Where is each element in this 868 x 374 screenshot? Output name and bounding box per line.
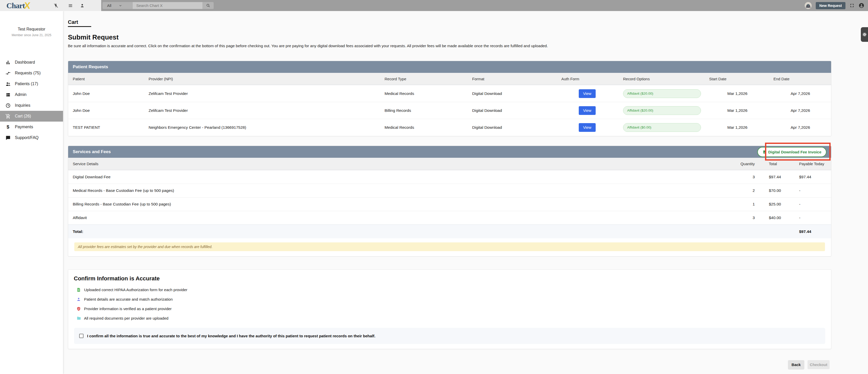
checklist-text: Patient details are accurate and match a…	[84, 297, 173, 301]
settings-flyout-handle[interactable]	[861, 27, 868, 42]
requests-arrows-icon	[5, 70, 11, 76]
col-record-type: Record Type	[384, 73, 469, 85]
services-fees-title: Services and Fees	[73, 149, 111, 154]
account-circle-icon[interactable]	[859, 3, 864, 8]
sidebar-item-patients[interactable]: Patients (17)	[0, 79, 63, 89]
sidebar-item-requests[interactable]: Requests (75)	[0, 68, 63, 79]
logo-text-chart: Chart	[6, 1, 25, 10]
cart-tab[interactable]: Cart	[68, 19, 78, 25]
cart-tab-underline	[68, 26, 91, 27]
view-auth-form-button[interactable]: View	[579, 106, 596, 115]
cell-start-date: Mar 1,2026	[727, 102, 784, 119]
logo-text-x: X	[23, 0, 30, 11]
search-scope-select[interactable]: All	[102, 2, 133, 9]
invoice-button-label: Digital Download Fee Invoice	[768, 150, 822, 154]
checklist-item: Uploaded correct HIPAA Authorization for…	[68, 285, 831, 294]
user-member-since: Member since June 21, 2025	[0, 33, 63, 37]
col-format: Format	[472, 73, 559, 85]
sidebar-item-cart[interactable]: Cart (26)	[0, 111, 63, 122]
cell-patient: John Doe	[73, 85, 147, 102]
cell-service: Billing Records - Base Custodian Fee (up…	[73, 198, 688, 211]
col-patient: Patient	[73, 73, 147, 85]
service-row: Medical Records - Base Custodian Fee (up…	[68, 184, 831, 197]
user-icon[interactable]	[78, 0, 87, 11]
search-icon[interactable]	[203, 2, 214, 9]
sidebar-user-block: Test Requestor Member since June 21, 202…	[0, 11, 63, 37]
view-auth-form-button[interactable]: View	[579, 89, 596, 98]
fullscreen-icon[interactable]	[849, 3, 855, 8]
sidebar-item-label: Requests (75)	[15, 71, 41, 76]
sidebar-item-label: Support/FAQ	[15, 136, 39, 140]
confirm-checkbox-row: I confirm all the information is true an…	[74, 328, 825, 344]
record-option-chip[interactable]: Affidavit ($20.00)	[623, 106, 701, 115]
checkout-button[interactable]: Checkout	[808, 360, 830, 369]
patient-person-icon	[76, 296, 82, 302]
verified-shield-icon	[76, 306, 82, 312]
search-input-wrap	[133, 2, 203, 9]
gear-icon	[862, 32, 867, 37]
sidebar-item-label: Payments	[15, 125, 33, 129]
cell-payable: $97.44	[799, 170, 843, 184]
services-fees-card: Services and Fees Digital Download Fee I…	[68, 146, 831, 257]
total-label: Total:	[73, 225, 688, 238]
cell-record-type: Billing Records	[384, 102, 469, 119]
provider-fees-note: All provider fees are estimates set by t…	[74, 242, 825, 251]
avatar[interactable]	[805, 2, 812, 9]
cell-payable: -	[799, 184, 843, 197]
pin-sidebar-icon[interactable]	[51, 0, 60, 11]
new-request-button[interactable]: New Request	[816, 2, 845, 9]
cell-patient: John Doe	[73, 102, 147, 119]
sidebar-nav: Dashboard Requests (75) Patients (17) Ad…	[0, 57, 63, 143]
cell-end-date: Apr 7,2026	[790, 119, 842, 136]
checklist-text: All required documents per provider are …	[84, 316, 168, 320]
app-screen: Chart X All	[0, 0, 868, 374]
app-logo[interactable]: Chart X	[6, 0, 30, 11]
digital-download-fee-invoice-button[interactable]: Digital Download Fee Invoice	[757, 147, 827, 157]
user-name: Test Requestor	[0, 27, 63, 32]
view-auth-form-button[interactable]: View	[579, 123, 596, 132]
search-input[interactable]	[133, 3, 203, 8]
sidebar-item-label: Patients (17)	[15, 82, 38, 86]
cell-total: $40.00	[769, 211, 797, 225]
admin-icon	[5, 92, 11, 97]
dashboard-icon	[5, 59, 11, 65]
page-description: Be sure all information is accurate and …	[68, 44, 548, 48]
patients-icon	[5, 81, 11, 87]
record-option-chip[interactable]: Affidavit ($0.00)	[623, 123, 701, 132]
service-row: Affidavit 3 $40.00 -	[68, 211, 831, 225]
record-option-chip[interactable]: Affidavit ($20.00)	[623, 89, 701, 98]
cell-format: Digital Download	[472, 85, 559, 102]
menu-icon[interactable]	[66, 0, 75, 11]
search-scope-value: All	[107, 3, 112, 8]
sidebar-item-payments[interactable]: $ Payments	[0, 122, 63, 132]
back-button[interactable]: Back	[788, 360, 804, 369]
patient-requests-card: Patient Requests Patient Provider (NPI) …	[68, 61, 831, 136]
checklist-text: Uploaded correct HIPAA Authorization for…	[84, 288, 187, 292]
sidebar-item-admin[interactable]: Admin	[0, 89, 63, 100]
services-total-row: Total: $97.44	[68, 225, 831, 238]
sidebar-item-inquiries[interactable]: Inquiries	[0, 100, 63, 111]
confirm-checkbox[interactable]	[79, 334, 84, 338]
service-row: Digital Download Fee 3 $97.44 $97.44	[68, 170, 831, 184]
checklist-text: Provider information is verified as a pa…	[84, 307, 172, 311]
sidebar-item-dashboard[interactable]: Dashboard	[0, 57, 63, 68]
cell-total: $25.00	[769, 198, 797, 211]
services-column-headers: Service Details Quantity Total Payable T…	[68, 158, 831, 170]
sidebar: Test Requestor Member since June 21, 202…	[0, 11, 63, 374]
col-start-date: Start Date	[709, 73, 766, 85]
dollar-icon: $	[5, 124, 11, 130]
sidebar-item-label: Dashboard	[15, 60, 35, 65]
sidebar-item-support[interactable]: Support/FAQ	[0, 132, 63, 143]
cell-total: $97.44	[769, 170, 797, 184]
cell-start-date: Mar 1,2026	[727, 119, 784, 136]
confirm-checkbox-label: I confirm all the information is true an…	[87, 334, 375, 338]
invoice-document-icon	[763, 150, 766, 154]
total-value: $97.44	[799, 225, 843, 238]
confirm-card: Confirm Information is Accurate Uploaded…	[68, 269, 831, 349]
global-search: All	[102, 2, 214, 9]
patient-requests-column-headers: Patient Provider (NPI) Record Type Forma…	[68, 73, 831, 85]
cell-payable: -	[799, 198, 843, 211]
chat-bubble-icon	[5, 135, 11, 141]
cell-provider: Neighbors Emergency Center - Pearland (1…	[149, 119, 379, 136]
cell-end-date: Apr 7,2026	[790, 85, 842, 102]
